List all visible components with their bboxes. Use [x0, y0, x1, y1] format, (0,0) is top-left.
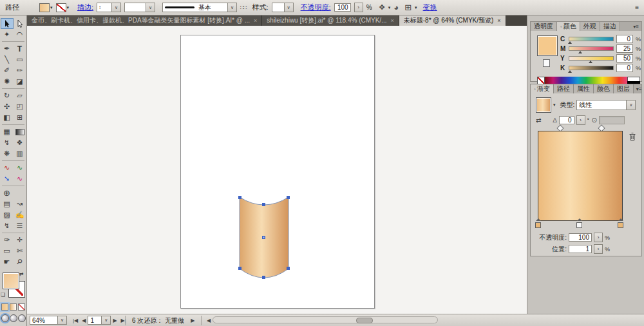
- lasso-tool-icon[interactable]: ◠: [14, 29, 26, 40]
- rotate-tool-icon[interactable]: ↻: [1, 90, 14, 101]
- stop-location-spinner-icon[interactable]: ›: [594, 244, 603, 254]
- width-profile-dropdown-icon[interactable]: ∨: [146, 3, 155, 12]
- scale-tool-icon[interactable]: ▱: [14, 90, 26, 101]
- color-fill-swatch[interactable]: [537, 35, 558, 56]
- horizontal-scrollbar-thumb[interactable]: [356, 318, 373, 323]
- frame-tool-icon[interactable]: ▭: [1, 245, 14, 256]
- draw-behind-mode-button[interactable]: [10, 314, 17, 322]
- reference-point-dropdown-icon[interactable]: ▾: [415, 5, 417, 10]
- arc-tool-icon[interactable]: ∿: [1, 162, 14, 173]
- channel-slider-m[interactable]: [569, 46, 614, 51]
- page-dropdown-icon[interactable]: ∨: [101, 316, 110, 324]
- opacity-panel-link[interactable]: 不透明度:: [301, 3, 331, 12]
- stop-location-field[interactable]: 1: [569, 245, 592, 253]
- control-bar-menu-icon[interactable]: ≡: [635, 4, 639, 11]
- slider-marker[interactable]: [568, 41, 572, 44]
- transform-panel-link[interactable]: 变换: [423, 3, 437, 12]
- magic-wand-tool-icon[interactable]: ✦: [1, 29, 14, 40]
- close-icon[interactable]: ×: [390, 17, 393, 24]
- eyedropper-tool-icon[interactable]: ↯: [1, 137, 14, 148]
- column-graph-tool-icon[interactable]: ▥: [14, 148, 26, 159]
- gradient-angle-field[interactable]: 0: [559, 116, 574, 124]
- stop-opacity-field[interactable]: 100: [569, 233, 592, 242]
- measure-tool-icon[interactable]: ✛: [14, 235, 26, 245]
- tab-transparency[interactable]: 透明度: [531, 22, 557, 31]
- slider-marker[interactable]: [568, 70, 572, 73]
- tab-color2[interactable]: 颜色: [594, 84, 614, 93]
- graph-tool-icon[interactable]: ▨: [1, 209, 14, 220]
- reference-point-icon[interactable]: ⊞: [404, 3, 412, 12]
- blend-tool-icon[interactable]: ❖: [14, 137, 26, 148]
- gradient-stop-middle[interactable]: [576, 222, 582, 228]
- stroke-weight-dropdown-icon[interactable]: ∨: [111, 3, 120, 12]
- list-tool-icon[interactable]: ☰: [14, 220, 26, 231]
- status-readout[interactable]: 6 次还原： 无重做 ▶: [125, 316, 202, 325]
- hand-tool-icon[interactable]: ☛: [1, 256, 14, 267]
- color-stroke-proxy[interactable]: [543, 59, 550, 67]
- eraser-tool-icon[interactable]: ◪: [14, 76, 26, 87]
- canvas-area[interactable]: [27, 26, 527, 314]
- scroll-left-icon[interactable]: ◀: [205, 316, 213, 325]
- artboard-tool-icon[interactable]: ⊕: [1, 187, 14, 198]
- first-page-icon[interactable]: |◀: [71, 318, 80, 323]
- line-segment-tool-icon[interactable]: ╲: [1, 54, 14, 65]
- color-button[interactable]: [1, 303, 8, 311]
- type-tool-icon[interactable]: T: [14, 43, 26, 54]
- brush-options-icon[interactable]: ∷∷: [240, 5, 246, 11]
- zoom-tool-icon[interactable]: ⚲: [14, 256, 26, 267]
- knife-tool-icon[interactable]: ✄: [14, 245, 26, 256]
- width-profile-combo[interactable]: ∨: [124, 3, 155, 12]
- channel-value-m[interactable]: 25: [616, 44, 633, 53]
- free-transform-tool-icon[interactable]: ◰: [14, 101, 26, 112]
- channel-slider-c[interactable]: [569, 37, 614, 41]
- pencil-tool-icon[interactable]: ✏: [14, 65, 26, 76]
- opacity-field[interactable]: 100: [334, 3, 351, 12]
- brush-dropdown-icon[interactable]: ∨: [227, 3, 236, 12]
- stroke-weight-spinner-icon[interactable]: ↕: [97, 5, 102, 10]
- next-page-icon[interactable]: ▶: [111, 318, 118, 323]
- zoom-level-combo[interactable]: 64% ∨: [30, 316, 67, 325]
- wave-tool-icon[interactable]: ∿: [14, 173, 26, 184]
- tab-appearance[interactable]: 外观: [580, 22, 600, 31]
- spiral-tool-icon[interactable]: ∿: [14, 162, 26, 173]
- curvature-tool-icon[interactable]: ➘: [1, 173, 14, 184]
- document-tab[interactable]: shileizhiwu [转换].ai* @ 118.4% (CMYK/... …: [262, 15, 399, 26]
- anchor-bottom-mid[interactable]: [262, 276, 265, 279]
- width-tool-icon[interactable]: ✣: [1, 101, 14, 112]
- direct-selection-tool-icon[interactable]: [14, 18, 26, 29]
- gradient-button[interactable]: [10, 303, 17, 311]
- close-icon[interactable]: ×: [254, 17, 257, 24]
- squiggle-tool-icon[interactable]: ↯: [1, 220, 14, 231]
- tab-color[interactable]: ◦ 颜色: [557, 22, 580, 31]
- gradient-type-combo[interactable]: 线性 ∨: [576, 100, 636, 110]
- select-similar-icon[interactable]: ✥: [379, 3, 385, 12]
- gradient-annotator-icon[interactable]: ⊙: [591, 116, 597, 124]
- anchor-top-left[interactable]: [238, 196, 242, 199]
- anchor-top-right[interactable]: [287, 196, 290, 199]
- pen-tool-icon[interactable]: ✒: [1, 43, 14, 54]
- angle-spinner-icon[interactable]: ›: [576, 115, 585, 125]
- fill-color-swatch[interactable]: [39, 3, 50, 12]
- channel-slider-y[interactable]: [569, 56, 614, 61]
- document-tab-active[interactable]: 未标题-8* @ 64% (CMYK/预览) ×: [399, 15, 506, 26]
- blob-brush-tool-icon[interactable]: ✺: [1, 76, 14, 87]
- selection-tool-icon[interactable]: [1, 18, 14, 29]
- channel-value-k[interactable]: 0: [616, 64, 633, 72]
- stroke-dropdown-icon[interactable]: ▾: [67, 5, 70, 10]
- page-number-combo[interactable]: 1 ∨: [88, 316, 111, 325]
- tab-layers[interactable]: 图层: [614, 84, 634, 93]
- slice-tool-icon[interactable]: ▤: [1, 198, 14, 209]
- stroke-color-swatch[interactable]: [56, 3, 66, 12]
- gradient-tool-icon[interactable]: [14, 126, 26, 137]
- shape-builder-tool-icon[interactable]: ◧: [1, 112, 14, 123]
- channel-slider-k[interactable]: [569, 66, 614, 70]
- reverse-gradient-icon[interactable]: ⇄: [536, 118, 540, 122]
- default-fill-stroke-icon[interactable]: ❏: [1, 292, 5, 298]
- gradient-panel-menu-icon[interactable]: ▾≡: [634, 84, 644, 93]
- gradient-preset-swatch[interactable]: [536, 97, 551, 113]
- gradient-type-dropdown-icon[interactable]: ∨: [626, 101, 635, 110]
- select-similar-dropdown-icon[interactable]: ▾: [388, 5, 391, 10]
- tab-stroke[interactable]: 描边: [600, 22, 620, 31]
- swap-fill-stroke-icon[interactable]: ⇄: [19, 271, 24, 277]
- draw-normal-mode-button[interactable]: [1, 314, 9, 322]
